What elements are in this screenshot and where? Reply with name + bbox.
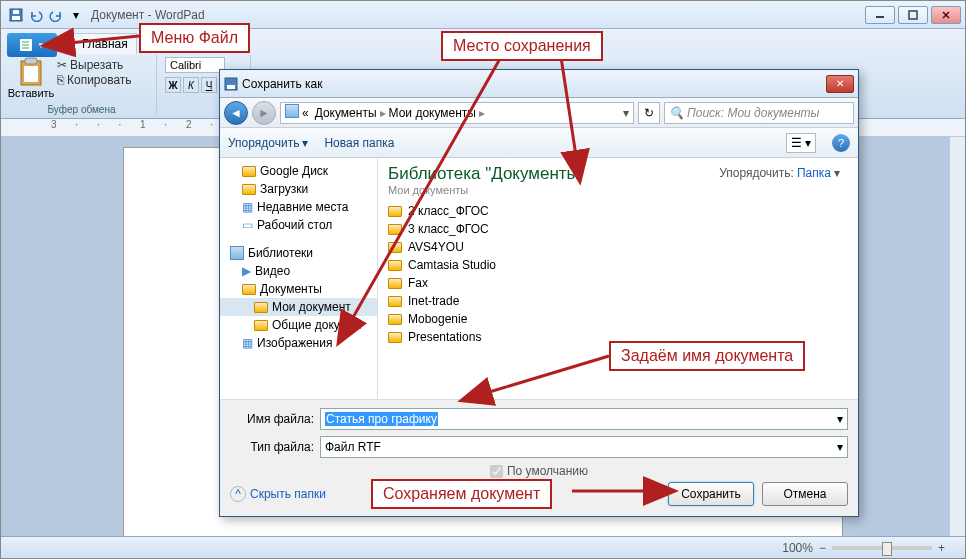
svg-line-17 xyxy=(351,57,501,321)
annotation-arrows xyxy=(1,1,966,559)
callout-set-name: Задаём имя документа xyxy=(609,341,805,371)
callout-save-location: Место сохранения xyxy=(441,31,603,61)
svg-line-19 xyxy=(486,356,609,393)
callout-file-menu: Меню Файл xyxy=(139,23,250,53)
svg-line-16 xyxy=(69,36,139,43)
svg-line-18 xyxy=(561,57,576,156)
callout-save-doc: Сохраняем документ xyxy=(371,479,552,509)
